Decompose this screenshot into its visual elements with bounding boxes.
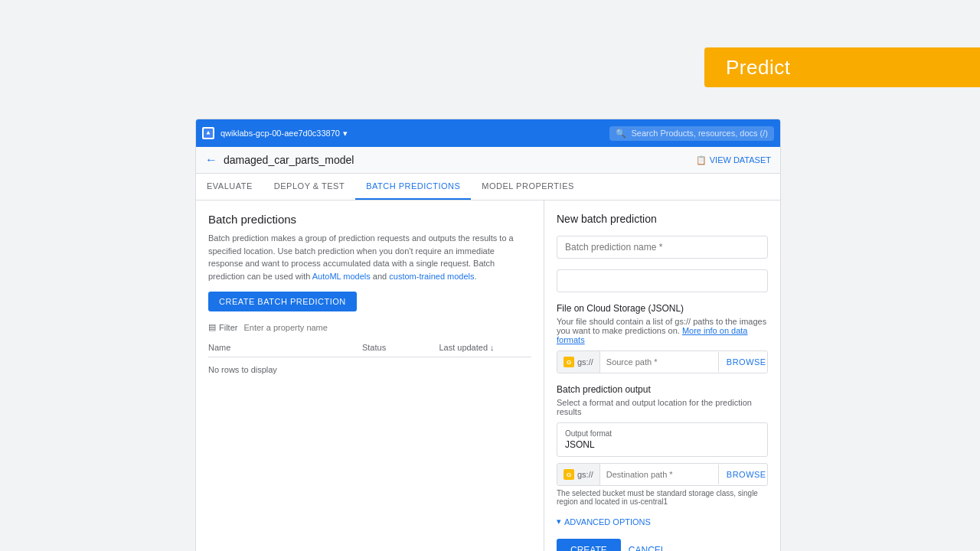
file-section-title: File on Cloud Storage (JSONL) (557, 303, 768, 314)
filter-bar: ▤ Filter (208, 322, 531, 332)
file-section-desc: Your file should contain a list of gs://… (557, 317, 768, 344)
predict-banner: Predict (704, 47, 980, 87)
view-dataset-button[interactable]: 📋 VIEW DATASET (696, 155, 771, 165)
top-bar: qwiklabs-gcp-00-aee7d0c33870 ▾ 🔍 Search … (196, 119, 780, 147)
create-button[interactable]: CREATE (557, 539, 621, 551)
dest-path-input-group: G gs:// BROWSE (557, 463, 768, 486)
gs-dest-icon: G (564, 469, 574, 480)
chevron-down-icon: ▾ (557, 517, 561, 527)
tab-batch-predictions[interactable]: BATCH PREDICTIONS (355, 174, 471, 200)
model-header: ← damaged_car_parts_model 📋 VIEW DATASET (196, 147, 780, 174)
no-rows-message: No rows to display (208, 357, 531, 382)
source-path-input[interactable] (600, 352, 718, 372)
sort-icon: ↓ (490, 343, 495, 352)
gs-source-prefix: G gs:// (557, 351, 600, 373)
main-ui: qwiklabs-gcp-00-aee7d0c33870 ▾ 🔍 Search … (195, 119, 781, 551)
gs-dest-prefix: G gs:// (557, 464, 600, 485)
model-name-input[interactable]: damaged_car_parts_model (557, 269, 768, 292)
model-name-group: damaged_car_parts_model (557, 269, 768, 292)
source-path-input-group: G gs:// BROWSE (557, 350, 768, 373)
output-group: Batch prediction output Select a format … (557, 384, 768, 506)
filter-input[interactable] (243, 323, 531, 332)
left-panel: Batch predictions Batch prediction makes… (196, 201, 544, 551)
file-cloud-storage-group: File on Cloud Storage (JSONL) Your file … (557, 303, 768, 373)
batch-prediction-name-input[interactable] (557, 236, 768, 259)
form-actions: CREATE CANCEL (557, 539, 768, 551)
tab-evaluate[interactable]: EVALUATE (196, 174, 263, 200)
content-area: Batch predictions Batch prediction makes… (196, 201, 780, 551)
gs-icon: G (564, 357, 574, 367)
tab-model-properties[interactable]: MODEL PROPERTIES (471, 174, 584, 200)
dataset-icon: 📋 (696, 155, 707, 165)
output-format-value: JSONL (565, 439, 760, 450)
dest-browse-button[interactable]: BROWSE (718, 465, 768, 484)
search-bar[interactable]: 🔍 Search Products, resources, docs (/) (609, 126, 774, 141)
back-button[interactable]: ← (205, 153, 217, 167)
table-header: Name Status Last updated ↓ (208, 338, 531, 357)
col-status-header: Status (362, 343, 439, 352)
project-name[interactable]: qwiklabs-gcp-00-aee7d0c33870 ▾ (220, 129, 348, 139)
cancel-button[interactable]: CANCEL (629, 545, 666, 551)
tab-deploy-test[interactable]: DEPLOY & TEST (263, 174, 355, 200)
automl-link[interactable]: AutoML models (312, 272, 371, 281)
model-title: damaged_car_parts_model (224, 154, 354, 166)
destination-note: The selected bucket must be standard sto… (557, 489, 768, 506)
custom-link[interactable]: custom-trained models (389, 272, 474, 281)
create-batch-prediction-button[interactable]: CREATE BATCH PREDICTION (208, 292, 357, 311)
search-icon: 🔍 (616, 129, 626, 139)
filter-icon-label: ▤ Filter (208, 322, 237, 332)
col-updated-header: Last updated ↓ (439, 343, 531, 352)
batch-name-group (557, 236, 768, 259)
output-section-title: Batch prediction output (557, 384, 768, 395)
gcp-icon (202, 127, 214, 139)
right-panel: New batch prediction damaged_car_parts_m… (544, 201, 780, 551)
col-name-header: Name (208, 343, 362, 352)
tabs: EVALUATE DEPLOY & TEST BATCH PREDICTIONS… (196, 174, 780, 201)
new-batch-title: New batch prediction (557, 213, 768, 225)
batch-predictions-title: Batch predictions (208, 213, 531, 226)
advanced-options-toggle[interactable]: ▾ ADVANCED OPTIONS (557, 517, 768, 527)
output-format-group: Output format JSONL (557, 422, 768, 457)
filter-icon: ▤ (208, 322, 216, 332)
output-section-desc: Select a format and output location for … (557, 398, 768, 416)
batch-description: Batch prediction makes a group of predic… (208, 232, 531, 282)
predict-banner-text: Predict (726, 56, 790, 80)
output-format-label: Output format (565, 429, 760, 438)
source-browse-button[interactable]: BROWSE (718, 352, 768, 372)
destination-path-input[interactable] (600, 465, 718, 484)
search-label: Search Products, resources, docs (/) (631, 129, 768, 138)
